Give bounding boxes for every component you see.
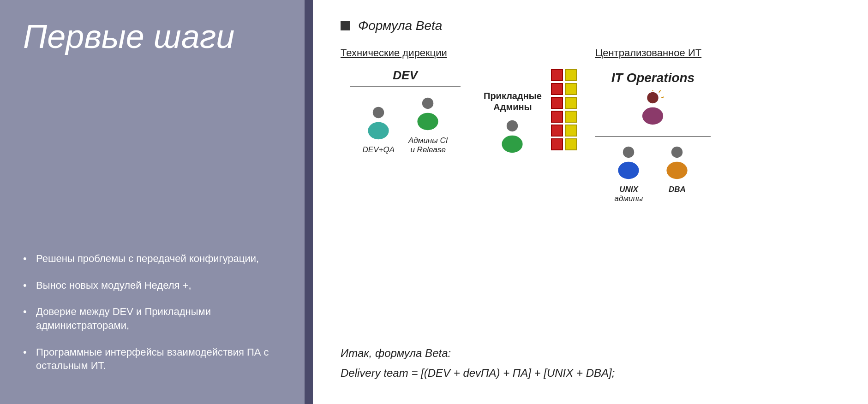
page-title: Первые шаги — [23, 18, 281, 55]
bullet-item-4: Программные интерфейсы взаимодействия ПА… — [23, 345, 281, 373]
svg-point-4 — [507, 120, 518, 131]
panel-divider — [305, 0, 313, 404]
it-ops-underline — [595, 136, 711, 137]
tech-directives-title: Технические дирекции — [341, 47, 447, 59]
dev-label: DEV — [393, 68, 417, 83]
dba-avatar-icon — [662, 144, 692, 181]
dev-group: DEV DE — [350, 68, 461, 155]
formula-title: Формула Beta — [358, 18, 442, 33]
svg-point-2 — [422, 98, 433, 109]
dev-qa-avatar-item: DEV+QA — [363, 105, 395, 154]
grid-icon — [551, 69, 577, 150]
formula-line-2: Delivery team = [(DEV + devПА) + ПА] + [… — [341, 365, 840, 381]
ci-release-label: Админы CIи Release — [408, 136, 448, 155]
formula-line-1: Итак, формула Beta: — [341, 345, 840, 361]
formula-bottom: Итак, формула Beta: Delivery team = [(DE… — [341, 341, 840, 386]
svg-point-13 — [671, 147, 682, 158]
it-ops-col: Централизованное ИТ IT Operations — [595, 47, 711, 204]
grid-cell — [551, 111, 563, 123]
dev-qa-label: DEV+QA — [363, 145, 395, 154]
svg-line-10 — [661, 97, 664, 98]
ci-release-avatar-icon — [413, 95, 443, 132]
unix-admins-avatar-icon — [614, 144, 644, 181]
unix-admins-avatar-item: UNIXадмины — [614, 144, 644, 204]
grid-cell — [565, 111, 577, 123]
left-panel: Первые шаги Решены проблемы с передачей … — [0, 0, 305, 404]
grid-icon-col — [551, 69, 577, 150]
svg-point-5 — [502, 136, 523, 153]
grid-cell — [565, 69, 577, 81]
bullet-list: Решены проблемы с передачей конфигурации… — [23, 252, 281, 386]
app-admins-label: ПрикладныеАдмины — [484, 90, 542, 113]
grid-cell — [551, 83, 563, 95]
it-ops-manager-avatar-item — [637, 90, 669, 127]
it-ops-manager-avatar-icon — [637, 90, 669, 127]
bullet-item-1: Решены проблемы с передачей конфигурации… — [23, 252, 281, 266]
app-admin-avatar-item — [497, 118, 527, 155]
grid-cell — [565, 138, 577, 150]
ci-release-avatar-item: Админы CIи Release — [408, 95, 448, 155]
grid-cell — [551, 69, 563, 81]
right-panel: Формула Beta Технические дирекции DEV — [313, 0, 868, 404]
svg-point-12 — [618, 162, 639, 179]
it-ops-bottom-row: UNIXадмины DBA — [614, 144, 692, 204]
bullet-item-2: Вынос новых модулей Неделя +, — [23, 279, 281, 292]
app-admin-avatar-icon — [497, 118, 527, 155]
grid-cell — [565, 97, 577, 109]
grid-cell — [551, 97, 563, 109]
bullet-item-3: Доверие между DEV и Прикладными админист… — [23, 305, 281, 332]
dba-avatar-item: DBA — [662, 144, 692, 194]
tech-directives-col: Технические дирекции DEV — [341, 47, 542, 155]
grid-cell — [565, 125, 577, 137]
diagram-area: Технические дирекции DEV — [341, 47, 840, 332]
svg-point-14 — [666, 162, 687, 179]
app-admins-col: ПрикладныеАдмины — [484, 90, 542, 155]
formula-header: Формула Beta — [341, 18, 840, 33]
dev-qa-avatar-icon — [364, 105, 394, 142]
svg-point-6 — [647, 92, 658, 103]
dev-underline — [350, 86, 461, 87]
bullet-square-icon — [341, 21, 350, 30]
dev-avatars-row: DEV+QA Админы CIи Release — [363, 95, 448, 155]
it-ops-label: IT Operations — [611, 71, 694, 85]
grid-cell — [565, 83, 577, 95]
unix-admins-label: UNIXадмины — [615, 185, 643, 204]
centralized-title: Централизованное ИТ — [595, 47, 701, 59]
svg-point-3 — [418, 113, 438, 131]
svg-line-9 — [659, 90, 661, 93]
svg-point-11 — [623, 147, 634, 158]
svg-point-0 — [373, 107, 384, 118]
svg-point-1 — [368, 122, 389, 140]
grid-cell — [551, 138, 563, 150]
svg-point-7 — [642, 107, 663, 125]
grid-cell — [551, 125, 563, 137]
dba-label: DBA — [669, 185, 686, 194]
